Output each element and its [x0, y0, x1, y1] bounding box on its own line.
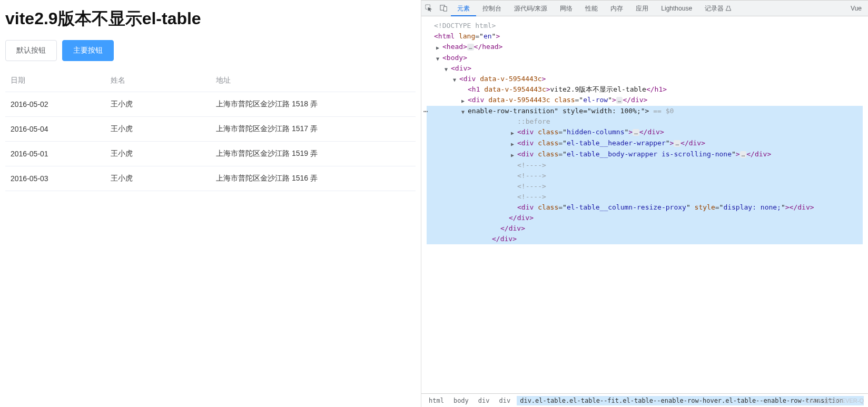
cell-address: 上海市普陀区金沙江路 1517 弄	[211, 117, 416, 142]
primary-button[interactable]: 主要按钮	[62, 40, 114, 61]
device-toggle-icon[interactable]	[436, 1, 451, 16]
breadcrumb-item[interactable]: body	[450, 396, 472, 405]
cell-name: 王小虎	[105, 166, 211, 191]
dom-line[interactable]: <!---->	[468, 171, 863, 181]
cell-address: 上海市普陀区金沙江路 1516 弄	[211, 166, 416, 191]
button-row: 默认按钮 主要按钮	[5, 40, 416, 61]
dom-line[interactable]: <!---->	[468, 181, 863, 192]
page-title: vite2.9版本不显示el-table	[5, 7, 416, 31]
dom-line[interactable]: <!---->	[468, 160, 863, 171]
cell-name: 王小虎	[105, 92, 211, 117]
devtools-tabs: 元素控制台源代码/来源网络性能内存应用Lighthouse	[451, 1, 698, 16]
app-pane: vite2.9版本不显示el-table 默认按钮 主要按钮 日期 姓名 地址 …	[0, 0, 421, 407]
breadcrumb-item[interactable]: html	[426, 396, 447, 405]
dom-line[interactable]: ⋯▼enable-row-transition" style="width: 1…	[427, 106, 863, 244]
col-date: 日期	[5, 70, 105, 92]
dom-line[interactable]: ▶<div class="el-table__header-wrapper">……	[468, 138, 863, 149]
dom-line[interactable]: </div>	[468, 213, 863, 223]
dom-line[interactable]: <!DOCTYPE html>	[427, 21, 863, 31]
flask-icon	[726, 6, 731, 11]
tab-2[interactable]: 源代码/来源	[508, 1, 554, 16]
cell-date: 2016-05-03	[5, 166, 105, 191]
dom-line[interactable]: </div>	[468, 223, 863, 234]
col-address: 地址	[211, 70, 416, 92]
tab-5[interactable]: 内存	[604, 1, 629, 16]
tab-4[interactable]: 性能	[579, 1, 604, 16]
inspect-icon[interactable]	[421, 1, 436, 16]
table-row[interactable]: 2016-05-03王小虎上海市普陀区金沙江路 1516 弄	[5, 166, 416, 191]
col-name: 姓名	[105, 70, 211, 92]
cell-date: 2016-05-01	[5, 142, 105, 166]
dom-line[interactable]: ▶<div class="el-table__body-wrapper is-s…	[468, 149, 863, 160]
dom-line[interactable]: <!---->	[468, 192, 863, 202]
devtools-pane: 元素控制台源代码/来源网络性能内存应用Lighthouse 记录器 Vue <!…	[421, 0, 868, 407]
tab-7[interactable]: Lighthouse	[655, 1, 698, 16]
devtools-toolbar: 元素控制台源代码/来源网络性能内存应用Lighthouse 记录器 Vue	[421, 1, 868, 16]
dom-line[interactable]: ▶<div class="hidden-columns">…</div>	[468, 127, 863, 138]
breadcrumb-item[interactable]: div	[496, 396, 514, 405]
dom-line[interactable]: </div>	[468, 234, 863, 244]
cell-name: 王小虎	[105, 142, 211, 166]
dom-line[interactable]: ▶<div data-v-5954443c class="el-row">…</…	[427, 95, 863, 106]
table-row[interactable]: 2016-05-02王小虎上海市普陀区金沙江路 1518 弄	[5, 92, 416, 117]
data-table: 日期 姓名 地址 2016-05-02王小虎上海市普陀区金沙江路 1518 弄2…	[5, 70, 416, 191]
cell-date: 2016-05-02	[5, 92, 105, 117]
cell-address: 上海市普陀区金沙江路 1519 弄	[211, 142, 416, 166]
dom-line[interactable]: ::before	[468, 116, 863, 127]
dom-tree[interactable]: <!DOCTYPE html><html lang="en">▶<head>…<…	[421, 16, 868, 393]
dom-line[interactable]: ▼<body>	[427, 53, 863, 63]
dom-line[interactable]: enable-row-transition" style="width: 100…	[468, 106, 863, 116]
table-header-row: 日期 姓名 地址	[5, 70, 416, 92]
dom-line[interactable]: ▶<head>…</head>	[427, 42, 863, 53]
cell-date: 2016-05-04	[5, 117, 105, 142]
watermark: CSDN @FOREVER-Q	[805, 398, 864, 404]
breadcrumb-item[interactable]: div	[475, 396, 493, 405]
cell-address: 上海市普陀区金沙江路 1518 弄	[211, 92, 416, 117]
cell-name: 王小虎	[105, 117, 211, 142]
tab-6[interactable]: 应用	[629, 1, 655, 16]
tab-recorder[interactable]: 记录器	[698, 1, 737, 16]
table-row[interactable]: 2016-05-01王小虎上海市普陀区金沙江路 1519 弄	[5, 142, 416, 166]
dom-line[interactable]: <h1 data-v-5954443c>vite2.9版本不显示el-table…	[427, 84, 863, 95]
dom-line[interactable]: ▼<div data-v-5954443c>	[427, 74, 863, 84]
breadcrumb-bar: htmlbodydivdivdiv.el-table.el-table--fit…	[421, 393, 868, 407]
dom-line[interactable]: <html lang="en">	[427, 31, 863, 42]
default-button[interactable]: 默认按钮	[5, 40, 57, 61]
table-row[interactable]: 2016-05-04王小虎上海市普陀区金沙江路 1517 弄	[5, 117, 416, 142]
svg-rect-2	[443, 7, 447, 11]
tab-0[interactable]: 元素	[451, 1, 476, 16]
dom-line[interactable]: ▼<div>	[427, 63, 863, 74]
tab-3[interactable]: 网络	[554, 1, 579, 16]
tab-vue[interactable]: Vue	[844, 1, 868, 16]
dom-line[interactable]: <div class="el-table__column-resize-prox…	[468, 202, 863, 213]
tab-1[interactable]: 控制台	[476, 1, 508, 16]
